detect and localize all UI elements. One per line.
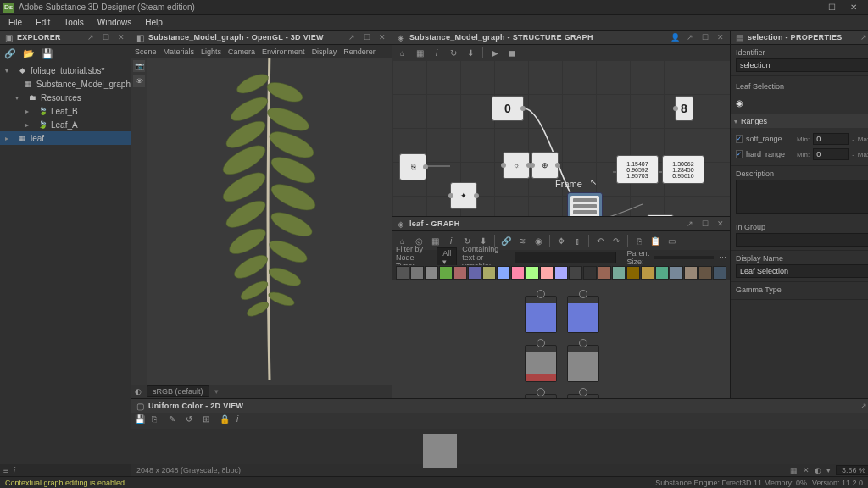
props-undock-button[interactable]: ↗: [858, 31, 868, 43]
text-icon[interactable]: i: [444, 234, 458, 247]
explorer-save-icon[interactable]: 💾: [41, 47, 54, 60]
explorer-link-icon[interactable]: 🔗: [3, 47, 17, 60]
highlight-icon[interactable]: ◉: [531, 234, 545, 247]
palette-thumb[interactable]: [554, 266, 568, 280]
palette-thumb[interactable]: [655, 266, 669, 280]
colorspace-icon[interactable]: ◐: [135, 387, 142, 396]
view3d-menu-item[interactable]: Display: [312, 47, 337, 56]
palette-thumb[interactable]: [684, 266, 698, 280]
leaf-max-button[interactable]: ☐: [699, 218, 711, 230]
scatter-node[interactable]: ☼: [503, 152, 530, 179]
menu-tools[interactable]: Tools: [57, 15, 90, 30]
paste-icon[interactable]: 📋: [648, 234, 662, 247]
view2d-viewport[interactable]: [131, 429, 868, 464]
structure-close-button[interactable]: ✕: [715, 31, 726, 43]
explorer-max-button[interactable]: ☐: [100, 31, 112, 43]
tree-row[interactable]: ▸🍃Leaf_B: [0, 104, 131, 118]
view3d-menu-item[interactable]: Environment: [262, 47, 305, 56]
close-button[interactable]: ✕: [843, 1, 865, 14]
tree-row[interactable]: ▦Substance_Model_graph: [0, 77, 131, 91]
leaf-canvas[interactable]: [392, 280, 730, 398]
brush-icon[interactable]: ✎: [169, 414, 182, 428]
camera-icon[interactable]: 📷: [133, 60, 145, 72]
palette-thumb[interactable]: [453, 266, 467, 280]
identifier-input[interactable]: [736, 58, 868, 72]
copy-icon[interactable]: ⎘: [152, 414, 165, 428]
eye-icon[interactable]: 👁: [133, 75, 145, 87]
palette-thumb[interactable]: [670, 266, 683, 280]
structure-undock-button[interactable]: ↗: [684, 31, 696, 43]
info-icon[interactable]: i: [14, 466, 15, 475]
explorer-open-icon[interactable]: 📂: [22, 47, 36, 60]
palette-thumb[interactable]: [626, 266, 640, 280]
palette-thumb[interactable]: [598, 266, 611, 280]
channels-icon[interactable]: ⊞: [203, 414, 216, 428]
terminal-icon[interactable]: ≡: [3, 466, 8, 475]
pin-icon[interactable]: ⬇: [464, 46, 477, 59]
frame-icon[interactable]: ▭: [665, 234, 678, 247]
view3d-viewport[interactable]: [147, 58, 392, 385]
palette-thumb[interactable]: [540, 266, 554, 280]
structure-max-button[interactable]: ☐: [699, 31, 711, 43]
filter-text-input[interactable]: [515, 252, 616, 263]
menu-edit[interactable]: Edit: [29, 15, 57, 30]
palette-thumb[interactable]: [425, 266, 438, 280]
redo-icon[interactable]: ↷: [609, 234, 623, 247]
ingroup-input[interactable]: [736, 233, 868, 247]
view3d-undock-button[interactable]: ↗: [346, 31, 358, 43]
palette-thumb[interactable]: [482, 266, 496, 280]
parent-size-slider[interactable]: [654, 256, 714, 259]
transform-node[interactable]: ✦: [450, 182, 477, 209]
grid-icon[interactable]: ▦: [413, 46, 426, 59]
home-icon[interactable]: ⌂: [396, 46, 409, 59]
undo-icon[interactable]: ↶: [593, 234, 607, 247]
palette-thumb[interactable]: [641, 266, 654, 280]
palette-thumb[interactable]: [526, 266, 539, 280]
displayname-input[interactable]: [736, 264, 868, 278]
square-icon[interactable]: ◼: [505, 46, 519, 59]
menu-file[interactable]: File: [2, 15, 29, 30]
structure-user-button[interactable]: 👤: [669, 31, 681, 43]
graph-node[interactable]: [567, 296, 599, 333]
graph-node[interactable]: [525, 345, 557, 382]
info-icon[interactable]: i: [236, 414, 250, 428]
palette-thumb[interactable]: [396, 266, 409, 280]
palette-thumb[interactable]: [713, 266, 726, 280]
flow-icon[interactable]: ≋: [515, 234, 529, 247]
tree-row[interactable]: ▾◆foliage_tutorial.sbs*: [0, 64, 131, 77]
input-node[interactable]: ⎘: [399, 153, 426, 180]
view3d-menu-item[interactable]: Materials: [164, 47, 195, 56]
radio-icon[interactable]: ◉: [736, 98, 743, 108]
value-node-0[interactable]: 0: [492, 96, 524, 121]
view3d-max-button[interactable]: ☐: [361, 31, 373, 43]
palette-thumb[interactable]: [583, 266, 597, 280]
random-node-a[interactable]: 1.15407 0.96592 1.95703: [616, 155, 659, 184]
move-icon[interactable]: ✥: [554, 234, 568, 247]
graph-node[interactable]: [525, 394, 557, 398]
explorer-close-button[interactable]: ✕: [115, 31, 127, 43]
graph-node[interactable]: [525, 296, 557, 333]
soft-min-input[interactable]: [813, 133, 849, 145]
palette-thumb[interactable]: [612, 266, 626, 280]
palette-thumb[interactable]: [511, 266, 525, 280]
palette-thumb[interactable]: [698, 266, 712, 280]
value-node-1[interactable]: 8: [675, 96, 693, 121]
graph-node[interactable]: [567, 345, 599, 382]
palette-thumb[interactable]: [439, 266, 453, 280]
palette-thumb[interactable]: [569, 266, 582, 280]
ranges-section-header[interactable]: ▾Ranges: [731, 114, 868, 128]
copy-icon[interactable]: ⎘: [632, 234, 646, 247]
palette-thumb[interactable]: [497, 266, 510, 280]
description-input[interactable]: [736, 180, 868, 214]
view2d-undock-button[interactable]: ↗: [858, 400, 868, 412]
leaf-close-button[interactable]: ✕: [715, 218, 726, 230]
structure-canvas[interactable]: 0 8 ⎘ ✦ ☼ ⊕ 1.15407 0.96592 1.95703 1.30…: [392, 60, 730, 216]
explorer-undock-button[interactable]: ↗: [85, 31, 97, 43]
view3d-menu-item[interactable]: Camera: [228, 47, 255, 56]
reset-icon[interactable]: ↺: [186, 414, 199, 428]
merge-node[interactable]: ⊕: [531, 152, 559, 179]
colorspace-select[interactable]: sRGB (default): [147, 385, 209, 397]
menu-help[interactable]: Help: [138, 15, 170, 30]
hard-min-input[interactable]: [813, 148, 849, 160]
cross-icon[interactable]: ✕: [803, 466, 810, 474]
